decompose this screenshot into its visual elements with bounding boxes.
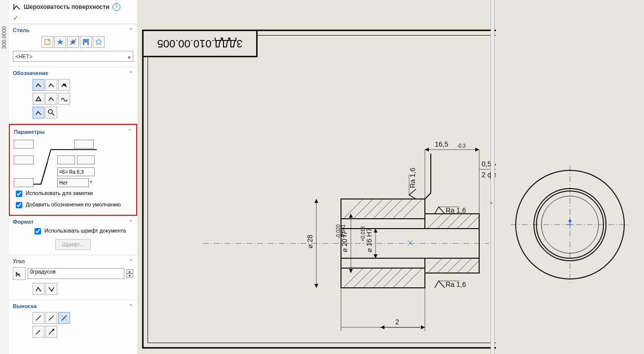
param-field-c[interactable]: [74, 140, 94, 149]
style-apply-icon[interactable]: [93, 36, 105, 48]
collapse-icon[interactable]: ⌃: [128, 27, 133, 34]
svg-line-39: [427, 214, 442, 229]
secondary-viewport[interactable]: [496, 0, 644, 354]
svg-marker-86: [374, 229, 378, 233]
style-add-favorite-icon[interactable]: [54, 36, 66, 48]
svg-marker-80: [349, 214, 353, 218]
property-manager-panel: Шероховатость поверхности ? ✓ Стиль ⌃ <Н…: [9, 0, 138, 354]
titleblock-partnumber: 3ДДД.010.00.005: [142, 30, 258, 57]
leader-arrow-icon[interactable]: [33, 326, 44, 338]
angle-spin-up[interactable]: ▴: [126, 269, 133, 274]
svg-text:16,5: 16,5: [435, 140, 448, 148]
collapse-icon[interactable]: ⌃: [128, 70, 133, 77]
svg-marker-104: [568, 219, 571, 222]
help-icon[interactable]: ?: [113, 3, 120, 11]
style-select[interactable]: <НЕТ>: [13, 51, 133, 62]
svg-line-54: [457, 258, 472, 273]
svg-line-53: [447, 258, 462, 273]
section-style-label: Стиль: [13, 27, 133, 33]
angle-input[interactable]: 0градусов: [28, 268, 124, 279]
angle-spin-down[interactable]: ▾: [126, 274, 133, 278]
svg-marker-62: [475, 148, 479, 152]
chk-add-default-label: Добавить обозначение по умолчанию: [26, 201, 121, 207]
leader-dot-icon[interactable]: [45, 326, 57, 338]
param-field-g[interactable]: [14, 178, 34, 187]
chk-use-for-note[interactable]: [16, 191, 22, 197]
surface-finish-icon: [13, 2, 21, 11]
collapse-icon[interactable]: ⌃: [127, 128, 132, 135]
sf-check-only-icon[interactable]: [33, 107, 44, 118]
sf-flag-icon[interactable]: [45, 107, 57, 118]
svg-marker-72: [380, 325, 384, 329]
param-ra-field[interactable]: =6> Ra 6,3: [57, 167, 95, 176]
section-style: Стиль ⌃ <НЕТ>: [9, 24, 137, 67]
svg-line-10: [52, 113, 54, 116]
ruler-mark: 300.0000: [1, 26, 7, 49]
collapse-icon[interactable]: ⌃: [128, 219, 133, 226]
param-field-f[interactable]: [77, 156, 95, 164]
svg-line-51: [427, 258, 442, 273]
param-field-a[interactable]: [14, 140, 34, 149]
svg-line-49: [393, 268, 413, 288]
svg-text:Ra 1,6: Ra 1,6: [446, 280, 466, 288]
svg-text:Ra 1,6: Ra 1,6: [409, 168, 417, 188]
svg-marker-81: [349, 269, 353, 273]
svg-line-36: [383, 199, 403, 219]
angle-orient-2-icon[interactable]: [45, 283, 57, 295]
sf-machined-icon[interactable]: [45, 79, 57, 91]
section-angle-label: Угол: [13, 258, 133, 264]
svg-line-35: [373, 199, 393, 219]
style-remove-favorite-icon[interactable]: [67, 36, 79, 48]
svg-line-14: [36, 330, 40, 334]
section-parameters-label: Параметры: [14, 129, 132, 135]
svg-line-50: [403, 268, 422, 288]
svg-line-33: [353, 199, 373, 219]
drawing-section-view: 16,5 -0,3 0,5x45° 2 фаски 2 ⌀ 28 ⌀ 20: [183, 130, 504, 347]
svg-line-37: [393, 199, 413, 219]
section-parameters: Параметры ⌃ =6> Ra 6,3 Нет ▾ Использоват…: [9, 124, 137, 216]
param-field-e[interactable]: [57, 156, 75, 164]
viewport-splitter[interactable]: ◂: [491, 0, 494, 354]
style-save-icon[interactable]: [80, 36, 92, 48]
parameters-graphic: =6> Ra 6,3 Нет ▾: [14, 138, 98, 187]
sf-basic-icon[interactable]: [33, 79, 44, 91]
svg-line-16: [49, 330, 53, 334]
svg-text:-0,041: -0,041: [341, 224, 346, 238]
ok-icon[interactable]: ✓: [13, 14, 19, 22]
svg-line-46: [363, 268, 383, 288]
leader-none-icon[interactable]: [58, 312, 70, 324]
svg-line-44: [343, 268, 363, 288]
collapse-icon[interactable]: ⌃: [128, 303, 133, 310]
svg-line-48: [383, 268, 403, 288]
chk-add-default[interactable]: [16, 202, 22, 208]
panel-title: Шероховатость поверхности: [24, 3, 110, 10]
vertical-ruler: 300.0000: [0, 0, 9, 354]
svg-rect-23: [425, 258, 479, 273]
leader-bent-icon[interactable]: [45, 312, 57, 324]
sf-wavy-icon[interactable]: [58, 93, 70, 105]
svg-point-9: [48, 110, 52, 114]
svg-line-42: [457, 214, 472, 229]
section-leader: Выноска ⌃: [9, 300, 137, 343]
chk-use-doc-font[interactable]: [35, 228, 41, 235]
param-units-select[interactable]: Нет: [57, 178, 89, 187]
sf-unmachined-icon[interactable]: [58, 79, 70, 91]
svg-point-17: [52, 329, 54, 331]
collapse-icon[interactable]: ⌃: [128, 258, 133, 265]
angle-orient-1-icon[interactable]: [33, 283, 44, 295]
svg-marker-87: [374, 254, 378, 258]
sf-with-tail-icon[interactable]: [45, 93, 57, 105]
chk-use-for-note-label: Использовать для заметки: [26, 190, 93, 196]
leader-straight-icon[interactable]: [33, 312, 44, 324]
svg-text:2: 2: [395, 318, 399, 326]
angle-icon: [13, 267, 26, 280]
style-new-icon[interactable]: [41, 36, 53, 48]
sf-triangle-icon[interactable]: [33, 93, 44, 105]
section-format-label: Формат: [13, 219, 133, 225]
svg-rect-22: [425, 214, 479, 229]
drawing-end-view: [506, 160, 634, 289]
panel-header: Шероховатость поверхности ? ✓: [9, 0, 137, 24]
section-designation-label: Обозначение: [13, 70, 133, 76]
param-field-d[interactable]: [14, 156, 34, 164]
drawing-canvas[interactable]: 3ДДД.010.00.005 Ra 6,3 Лист1: [137, 0, 644, 354]
